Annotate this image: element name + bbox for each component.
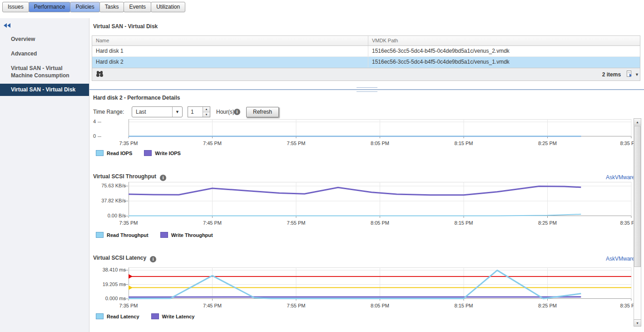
x-axis-label: 8:15 PM [455,220,473,226]
write-throughput-line [129,186,581,195]
warning-threshold-marker [129,285,133,290]
x-axis-label: 8:15 PM [455,141,473,146]
table-row-hard-disk-1[interactable]: Hard disk 1 1516ec56-3cc5-5dc4-b4f5-0c4d… [92,46,640,57]
legend-label: Read Latency [107,314,139,319]
y-axis-label: 0 [93,133,107,139]
tab-tasks[interactable]: Tasks [99,2,124,12]
y-axis-label: 37.82 KB/s [90,198,126,203]
tab-events[interactable]: Events [124,2,151,12]
column-header-vmdk-path[interactable]: VMDK Path [368,36,640,45]
chart-title-text: Virtual SCSI Throughput [93,173,156,180]
write-latency-swatch [151,313,159,319]
hours-value[interactable]: 1 [188,107,203,117]
time-range-label: Time Range: [93,109,124,115]
view-tabbar: Issues Performance Policies Tasks Events… [2,2,185,12]
time-range-value: Last [132,107,172,117]
x-axis-label: 8:05 PM [371,220,389,226]
cell-name: Hard disk 1 [92,46,368,56]
time-range-info-icon[interactable]: i [234,109,240,115]
sidebar-item-advanced[interactable]: Advanced [0,46,89,61]
x-axis-label: 7:35 PM [119,220,138,226]
refresh-button[interactable]: Refresh [246,107,279,117]
throughput-askvmware-link[interactable]: AskVMware [606,174,635,181]
tab-issues[interactable]: Issues [2,2,29,12]
virtual-disk-table: Name VMDK Path Hard disk 1 1516ec56-3cc5… [92,35,640,68]
legend-label: Read Throughput [107,232,149,238]
latency-chart-title: Virtual SCSI Latencyi [93,255,156,262]
x-axis-label: 7:55 PM [287,303,306,308]
x-axis-label: 8:25 PM [538,303,557,308]
spinner-down-icon[interactable]: ▼ [203,112,210,117]
y-axis-label: 0.000 ms [90,296,126,301]
read-latency-swatch [96,313,104,319]
spinner-up-icon[interactable]: ▲ [203,107,210,112]
y-axis-label: 19.205 ms [90,282,126,287]
time-range-dropdown[interactable]: Last ▼ [132,106,183,117]
scroll-up-icon[interactable]: ▲ [634,118,641,126]
latency-legend: Read Latency Write Latency [96,313,206,319]
x-axis-label: 8:15 PM [455,303,473,308]
read-iops-swatch [96,150,104,156]
sidebar-item-vsan-virtual-disk[interactable]: Virtual SAN - Virtual Disk [0,84,89,96]
sidebar-item-vsan-vm-consumption[interactable]: Virtual SAN - Virtual Machine Consumptio… [0,61,89,83]
legend-label: Read IOPS [107,151,132,156]
panel-splitter[interactable] [89,87,644,92]
cell-vmdk-path: 1516ec56-3cc5-5dc4-b4f5-0c4de9bd5a1c/ven… [368,46,640,56]
table-header-row: Name VMDK Path [92,36,640,46]
error-threshold-marker [129,274,133,279]
write-throughput-swatch [160,232,168,238]
y-axis-label: 38.410 ms [90,267,126,272]
x-axis-label: 7:45 PM [203,303,222,308]
vsphere-performance-view: { "tabs": { "items": [ {"label": "Issues… [0,0,644,332]
write-iops-swatch [144,150,152,156]
legend-label: Write IOPS [155,151,181,156]
x-axis-label: 7:55 PM [287,141,306,146]
performance-main-panel: Virtual SAN - Virtual Disk Name VMDK Pat… [89,18,644,332]
x-axis-label: 7:55 PM [287,220,306,226]
performance-details-title: Hard disk 2 - Performance Details [93,95,180,101]
latency-askvmware-link[interactable]: AskVMware [606,256,635,262]
x-axis-label: 7:35 PM [119,303,138,308]
charts-scrollbar[interactable]: ▲ ▼ [634,118,641,327]
x-axis-label: 8:05 PM [371,141,389,146]
latency-chart-plot: 38.410 ms19.205 ms0.000 ms7:35 PM7:45 PM… [129,267,631,299]
dropdown-caret-icon[interactable]: ▼ [172,107,182,117]
x-axis-label: 7:35 PM [119,141,138,146]
cell-vmdk-path: 1516ec56-3cc5-5dc4-b4f5-0c4de9bd5a1c/ven… [368,57,640,67]
legend-label: Write Throughput [171,232,213,238]
throughput-info-icon[interactable]: i [160,175,166,181]
read-throughput-swatch [96,232,104,238]
hours-spinner[interactable]: 1 ▲ ▼ [188,106,210,117]
find-binoculars-icon[interactable] [96,70,104,79]
legend-label: Write Latency [162,314,195,319]
collapse-sidebar-icon[interactable] [4,23,12,28]
x-axis-label: 8:05 PM [371,303,389,308]
tab-policies[interactable]: Policies [70,2,99,12]
sidebar-item-overview[interactable]: Overview [0,32,89,46]
tab-performance[interactable]: Performance [29,2,71,12]
scrollbar-thumb[interactable] [634,126,641,267]
x-axis-label: 7:45 PM [203,141,222,146]
y-axis-label: 0.00 B/s [90,213,126,218]
export-icon[interactable] [626,70,633,79]
table-row-hard-disk-2[interactable]: Hard disk 2 1516ec56-3cc5-5dc4-b4f5-0c4d… [92,57,640,68]
throughput-chart-title: Virtual SCSI Throughputi [93,173,166,180]
throughput-legend: Read Throughput Write Throughput [96,232,225,238]
latency-info-icon[interactable]: i [150,256,156,262]
performance-sidebar: Overview Advanced Virtual SAN - Virtual … [0,18,89,332]
chart-title-text: Virtual SCSI Latency [93,255,146,261]
x-axis-label: 8:25 PM [538,220,557,226]
table-footer: 2 items ▼ [92,68,640,81]
read-throughput-line [129,214,581,216]
x-axis-label: 8:25 PM [538,141,557,146]
y-axis-label: 75.63 KB/s [90,183,126,188]
y-axis-label: 4 [93,119,107,124]
tab-utilization[interactable]: Utilization [151,2,185,12]
disk-table-title: Virtual SAN - Virtual Disk [93,23,158,30]
export-menu-caret-icon[interactable]: ▼ [635,72,639,77]
cell-name: Hard disk 2 [92,57,368,67]
items-count: 2 items [602,71,621,78]
scroll-down-icon[interactable]: ▼ [634,319,641,327]
column-header-name[interactable]: Name [92,36,368,45]
x-axis-label: 7:45 PM [203,220,222,226]
